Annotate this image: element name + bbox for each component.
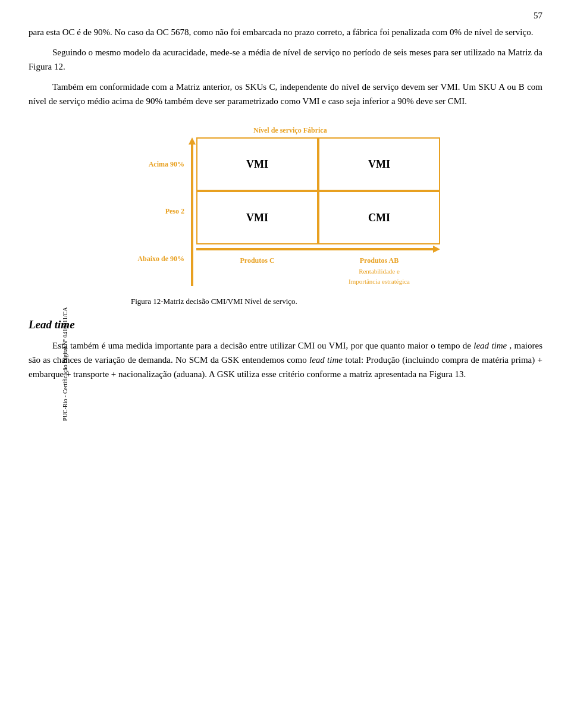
- x-label-right-sub1: Rentabilidade e: [359, 268, 400, 275]
- cell-vmi-top-left: VMI: [196, 137, 318, 191]
- x-label-right-sub2: Importância estratégica: [349, 278, 410, 285]
- section-paragraph: Esta também é uma medida importante para…: [29, 338, 542, 381]
- paragraph-3: Também em conformidade com a Matriz ante…: [29, 80, 542, 108]
- figure-12-container: Nível de serviço Fábrica Acima 90% Peso …: [29, 125, 542, 306]
- lead-time-italic-2: lead time: [309, 355, 343, 365]
- y-axis-label: Nível de serviço Fábrica: [253, 126, 327, 134]
- section-heading-lead-time: Lead time: [29, 318, 542, 331]
- page-number: 57: [534, 11, 542, 21]
- cell-cmi-bottom-right: CMI: [318, 191, 440, 244]
- y-label-top: Acima 90%: [149, 160, 184, 168]
- x-label-left: Produtos C: [240, 256, 274, 265]
- sidebar-certification-label: PUC-Rio - Certificação Digital Nº 041081…: [62, 307, 68, 421]
- peso-label: Peso 2: [165, 207, 184, 216]
- paragraph-2: Seguindo o mesmo modelo da acuracidade, …: [29, 45, 542, 74]
- lead-time-italic-1: lead time: [473, 341, 507, 350]
- cell-vmi-top-right: VMI: [318, 137, 440, 191]
- x-label-right: Produtos AB: [360, 256, 399, 265]
- paragraph-1: para esta OC é de 90%. No caso da OC 567…: [29, 25, 542, 39]
- cell-vmi-bottom-left: VMI: [196, 191, 318, 244]
- matrix-grid: VMI VMI VMI CMI: [196, 137, 440, 244]
- figure-caption: Figura 12-Matriz decisão CMI/VMI Nível d…: [131, 297, 440, 306]
- y-label-bottom: Abaixo de 90%: [137, 255, 184, 263]
